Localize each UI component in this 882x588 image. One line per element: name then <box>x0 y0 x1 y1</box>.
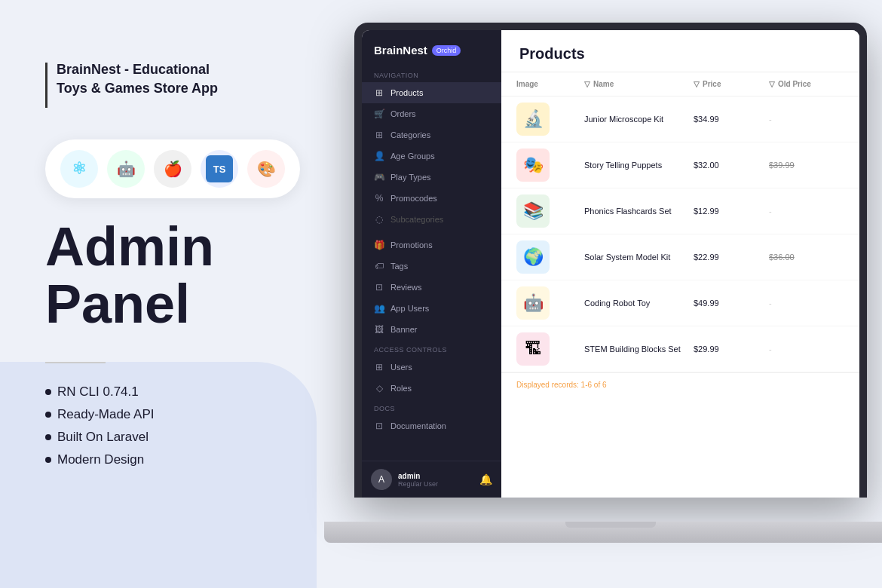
figma-icon: 🎨 <box>257 160 276 178</box>
feature-label-4: Modern Design <box>57 452 144 467</box>
sidebar-item-age-groups[interactable]: 👤 Age Groups <box>362 145 501 167</box>
page-title: Products <box>519 45 841 63</box>
nav-section-label: Navigation <box>362 66 501 82</box>
product-image-4: 🌍 <box>516 240 550 274</box>
categories-icon: ⊞ <box>374 130 384 140</box>
product-image-1: 🔬 <box>516 103 550 136</box>
sidebar-item-reviews[interactable]: ⊡ Reviews <box>362 277 501 298</box>
sidebar-item-label-promocodes: Promocodes <box>390 194 437 203</box>
sidebar-item-label-promotions: Promotions <box>390 240 433 250</box>
android-icon: 🤖 <box>117 160 136 178</box>
apple-icon-circle: 🍎 <box>154 150 191 188</box>
main-header: Products <box>501 30 859 72</box>
react-icon: ⚛ <box>72 159 87 179</box>
col-image-label: Image <box>516 80 538 88</box>
product-name-3: Phonics Flashcards Set <box>584 207 686 216</box>
product-image-2: 🎭 <box>516 149 550 182</box>
main-content: Products Image ▽ Name ▽ <box>501 30 859 498</box>
feature-label-3: Built On Laravel <box>57 430 149 445</box>
feature-item-2: Ready-Made API <box>45 407 155 422</box>
filter-name-icon[interactable]: ▽ <box>584 80 590 88</box>
sidebar: BrainNest Orchid Navigation ⊞ Products 🛒… <box>362 30 501 498</box>
heading-line1: Admin <box>45 219 214 276</box>
user-role: Regular User <box>398 480 438 488</box>
react-icon-circle: ⚛ <box>60 150 98 188</box>
product-name-6: STEM Building Blocks Set <box>584 345 686 354</box>
table-row: 🏗 STEM Building Blocks Set $29.99 - <box>501 326 859 372</box>
product-old-price-5: - <box>769 299 844 308</box>
product-price-4: $22.99 <box>694 253 761 262</box>
product-price-1: $34.99 <box>694 115 761 124</box>
products-table: Image ▽ Name ▽ Price ▽ Old Price <box>501 72 859 498</box>
sidebar-item-subcategories[interactable]: ◌ Subcategories <box>362 209 501 230</box>
sidebar-item-promocodes[interactable]: % Promocodes <box>362 188 501 209</box>
laptop-screen-inner: BrainNest Orchid Navigation ⊞ Products 🛒… <box>362 30 859 498</box>
sidebar-item-tags[interactable]: 🏷 Tags <box>362 256 501 277</box>
filter-old-price-icon[interactable]: ▽ <box>769 80 775 88</box>
sidebar-item-label-roles: Roles <box>390 384 412 393</box>
reviews-icon: ⊡ <box>374 282 384 292</box>
docs-section-label: Docs <box>362 399 501 415</box>
sidebar-item-banner[interactable]: 🖼 Banner <box>362 319 501 340</box>
app-users-icon: 👥 <box>374 303 384 314</box>
product-image-3: 📚 <box>516 194 550 228</box>
col-name-label: Name <box>593 80 614 88</box>
sidebar-item-documentation[interactable]: ⊡ Documentation <box>362 415 501 436</box>
sidebar-item-label-play-types: Play Types <box>390 173 431 182</box>
typescript-icon-circle: TS <box>201 150 238 188</box>
sidebar-item-orders[interactable]: 🛒 Orders <box>362 103 501 124</box>
play-types-icon: 🎮 <box>374 172 384 182</box>
table-header: Image ▽ Name ▽ Price ▽ Old Price <box>501 72 859 96</box>
promocodes-icon: % <box>374 193 384 204</box>
divider <box>45 362 106 363</box>
sidebar-item-label-categories: Categories <box>390 130 430 139</box>
sidebar-logo: BrainNest Orchid <box>362 30 501 66</box>
brand-line2: Toys & Games Store App <box>57 79 218 98</box>
col-name: ▽ Name <box>584 80 686 88</box>
banner-icon: 🖼 <box>374 324 384 335</box>
table-row: 🌍 Solar System Model Kit $22.99 $36.00 <box>501 234 859 280</box>
user-name: admin <box>398 472 438 480</box>
filter-price-icon[interactable]: ▽ <box>694 80 700 88</box>
sidebar-item-users[interactable]: ⊞ Users <box>362 357 501 378</box>
sidebar-item-products[interactable]: ⊞ Products <box>362 82 501 103</box>
bullet-icon <box>45 434 51 440</box>
sidebar-item-categories[interactable]: ⊞ Categories <box>362 124 501 145</box>
product-old-price-6: - <box>769 345 844 354</box>
laptop-mockup: BrainNest Orchid Navigation ⊞ Products 🛒… <box>324 23 882 565</box>
access-section-label: Access Controls <box>362 340 501 357</box>
tags-icon: 🏷 <box>374 261 384 271</box>
sidebar-item-label-app-users: App Users <box>390 304 429 313</box>
laptop-screen-outer: BrainNest Orchid Navigation ⊞ Products 🛒… <box>354 23 867 498</box>
table-row: 📚 Phonics Flashcards Set $12.99 - <box>501 188 859 234</box>
roles-icon: ◇ <box>374 383 384 394</box>
products-icon: ⊞ <box>374 87 384 98</box>
feature-item-1: RN CLI 0.74.1 <box>45 384 155 400</box>
product-image-6: 🏗 <box>516 332 550 366</box>
sidebar-item-app-users[interactable]: 👥 App Users <box>362 298 501 319</box>
subcategories-icon: ◌ <box>374 214 384 225</box>
table-row: 🔬 Junior Microscope Kit $34.99 - <box>501 96 859 142</box>
product-price-6: $29.99 <box>694 345 761 354</box>
bullet-icon <box>45 457 51 463</box>
feature-item-3: Built On Laravel <box>45 430 155 445</box>
bullet-icon <box>45 412 51 418</box>
product-price-2: $32.00 <box>694 161 761 170</box>
brand-text: BrainNest - Educational Toys & Games Sto… <box>57 60 218 98</box>
product-price-3: $12.99 <box>694 207 761 216</box>
notification-bell-icon[interactable]: 🔔 <box>479 473 492 485</box>
sidebar-item-play-types[interactable]: 🎮 Play Types <box>362 167 501 188</box>
feature-item-4: Modern Design <box>45 452 155 467</box>
sidebar-logo-text: BrainNest <box>374 44 427 57</box>
sidebar-item-promotions[interactable]: 🎁 Promotions <box>362 234 501 256</box>
col-image: Image <box>516 80 577 88</box>
sidebar-item-label-reviews: Reviews <box>390 283 422 292</box>
android-icon-circle: 🤖 <box>107 150 145 188</box>
product-name-1: Junior Microscope Kit <box>584 115 686 124</box>
tech-icons-row: ⚛ 🤖 🍎 TS 🎨 <box>45 139 300 198</box>
apple-icon: 🍎 <box>164 160 182 178</box>
sidebar-item-roles[interactable]: ◇ Roles <box>362 378 501 399</box>
bullet-icon <box>45 389 51 395</box>
sidebar-item-label-age-groups: Age Groups <box>390 152 435 161</box>
avatar: A <box>371 469 392 490</box>
